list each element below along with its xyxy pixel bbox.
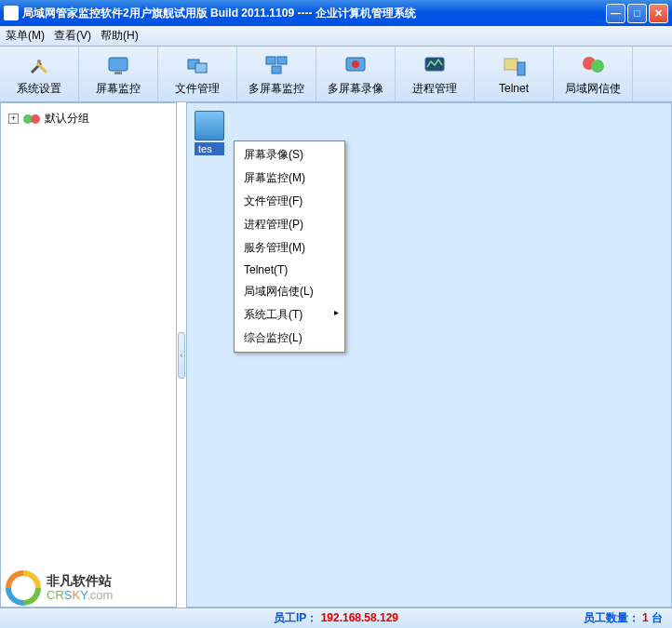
sidebar: + 默认分组 <box>0 102 177 608</box>
files-icon <box>184 52 210 78</box>
content-area: + 默认分组 ‹ tes 屏幕录像(S) 屏幕监控(M) 文件管理(F) 进程管… <box>0 102 672 608</box>
titlebar: 局域网管家监控软件2用户旗舰试用版 Build 2011.1109 ---- 企… <box>0 0 672 26</box>
svg-rect-4 <box>114 72 122 74</box>
multi-record-icon <box>343 52 369 78</box>
client-item[interactable]: tes <box>195 111 224 155</box>
client-label: tes <box>195 142 224 155</box>
tree-view: + 默认分组 <box>1 103 176 134</box>
tool-label: 局域网信使 <box>565 81 621 97</box>
tool-settings[interactable]: 系统设置 <box>0 47 79 101</box>
ip-label: 员工IP： <box>274 611 317 624</box>
window-controls: ― □ ✕ <box>606 4 668 23</box>
expand-icon[interactable]: + <box>8 114 19 124</box>
app-icon <box>4 6 19 20</box>
group-icon <box>22 112 41 127</box>
menu-main[interactable]: 菜单(M) <box>6 28 45 44</box>
settings-icon <box>26 52 52 78</box>
ctx-comprehensive-monitor[interactable]: 综合监控(L) <box>236 327 343 350</box>
tree-root-label: 默认分组 <box>45 111 89 127</box>
context-menu: 屏幕录像(S) 屏幕监控(M) 文件管理(F) 进程管理(P) 服务管理(M) … <box>234 140 345 353</box>
messenger-icon <box>580 52 606 78</box>
app-window: 局域网管家监控软件2用户旗舰试用版 Build 2011.1109 ---- 企… <box>0 0 672 628</box>
svg-rect-7 <box>266 57 276 64</box>
telnet-icon <box>501 53 527 79</box>
maximize-button[interactable]: □ <box>627 4 647 23</box>
tool-label: 系统设置 <box>17 81 61 97</box>
tool-label: 进程管理 <box>412 81 457 97</box>
svg-rect-6 <box>195 63 207 73</box>
ctx-system-tools[interactable]: 系统工具(T) <box>236 303 343 327</box>
tool-messenger[interactable]: 局域网信使 <box>554 47 633 101</box>
splitter: ‹ <box>177 102 186 608</box>
tool-label: 多屏幕监控 <box>249 81 304 97</box>
tool-process[interactable]: 进程管理 <box>396 47 475 101</box>
multi-monitor-icon <box>263 52 289 78</box>
toolbar: 系统设置 屏幕监控 文件管理 多屏幕监控 多屏幕录像 进程管理 Telnet <box>0 47 672 102</box>
ctx-screen-record[interactable]: 屏幕录像(S) <box>236 143 343 167</box>
svg-point-2 <box>37 60 41 63</box>
count-value: 1 <box>642 611 649 624</box>
minimize-button[interactable]: ― <box>606 4 625 23</box>
count-unit: 台 <box>652 611 663 624</box>
menu-view[interactable]: 查看(V) <box>54 28 91 44</box>
svg-line-1 <box>37 63 47 73</box>
menu-help[interactable]: 帮助(H) <box>101 28 139 44</box>
main-panel: tes 屏幕录像(S) 屏幕监控(M) 文件管理(F) 进程管理(P) 服务管理… <box>186 102 672 608</box>
svg-rect-3 <box>109 58 128 71</box>
svg-point-16 <box>591 60 604 73</box>
svg-point-18 <box>31 114 40 124</box>
ctx-lan-messenger[interactable]: 局域网信使(L) <box>236 280 343 303</box>
computer-icon <box>195 111 224 140</box>
menubar: 菜单(M) 查看(V) 帮助(H) <box>0 26 672 47</box>
ctx-file-manage[interactable]: 文件管理(F) <box>236 190 343 213</box>
svg-rect-14 <box>517 62 525 75</box>
svg-rect-8 <box>277 57 287 64</box>
ctx-service-manage[interactable]: 服务管理(M) <box>236 236 343 260</box>
tool-multi-monitor[interactable]: 多屏幕监控 <box>237 47 316 101</box>
tool-label: 文件管理 <box>175 81 220 97</box>
process-icon <box>422 52 448 78</box>
count-label: 员工数量： <box>584 611 639 624</box>
statusbar: 员工IP： 192.168.58.129 员工数量： 1 台 <box>0 608 672 628</box>
ip-value: 192.168.58.129 <box>321 611 398 624</box>
tool-multi-record[interactable]: 多屏幕录像 <box>316 47 396 101</box>
monitor-icon <box>105 52 131 78</box>
ctx-telnet[interactable]: Telnet(T) <box>236 260 343 280</box>
titlebar-text: 局域网管家监控软件2用户旗舰试用版 Build 2011.1109 ---- 企… <box>22 6 606 21</box>
tool-label: 屏幕监控 <box>96 81 141 97</box>
tool-label: 多屏幕录像 <box>328 81 383 97</box>
status-ip: 员工IP： 192.168.58.129 <box>274 610 398 626</box>
svg-point-11 <box>352 60 359 68</box>
ctx-process-manage[interactable]: 进程管理(P) <box>236 213 343 236</box>
svg-rect-9 <box>272 66 281 73</box>
tree-root-item[interactable]: + 默认分组 <box>7 109 170 128</box>
splitter-handle[interactable]: ‹ <box>178 332 185 379</box>
close-button[interactable]: ✕ <box>649 4 668 23</box>
svg-rect-13 <box>504 59 517 70</box>
status-count: 员工数量： 1 台 <box>584 610 663 626</box>
tool-file-manage[interactable]: 文件管理 <box>158 47 237 101</box>
tool-label: Telnet <box>499 82 529 95</box>
tool-telnet[interactable]: Telnet <box>475 47 554 101</box>
ctx-screen-monitor[interactable]: 屏幕监控(M) <box>236 167 343 190</box>
tool-screen-monitor[interactable]: 屏幕监控 <box>79 47 158 101</box>
